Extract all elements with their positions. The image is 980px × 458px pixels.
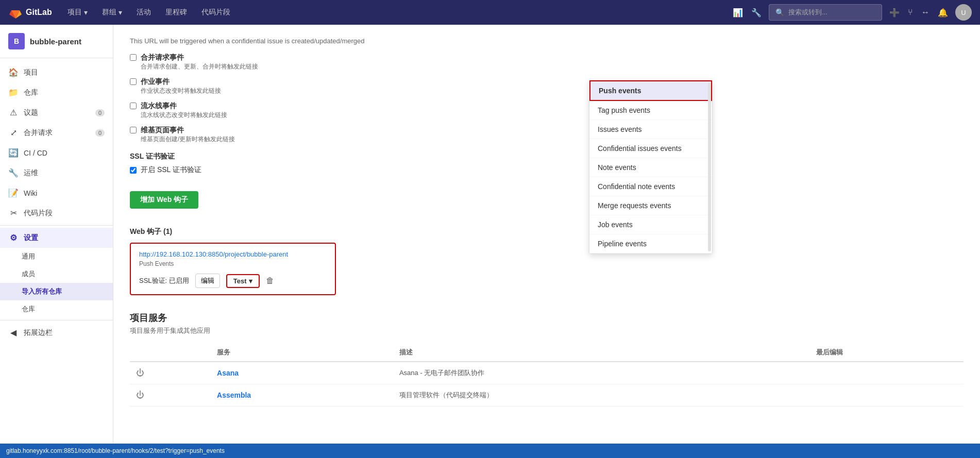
project-header[interactable]: B bubble-parent (0, 25, 113, 58)
nav-groups[interactable]: 群组 ▾ (97, 6, 127, 19)
search-icon: 🔍 (775, 8, 784, 16)
mr-badge: 0 (95, 129, 105, 137)
merge-request-desc: 合并请求创建、更新、合并时将触发此链接 (141, 62, 258, 71)
sidebar-item-snippets[interactable]: ✂ 代码片段 (0, 203, 113, 223)
sidebar: B bubble-parent 🏠 项目 📁 仓库 ⚠ 议题 0 ⤢ 合并请求 … (0, 25, 113, 458)
search-box[interactable]: 🔍 搜索或转到... (769, 4, 882, 21)
add-webhook-button[interactable]: 增加 Web 钩子 (130, 191, 198, 209)
service-name-assembla[interactable]: Assembla (217, 391, 251, 399)
service-toggle-assembla[interactable]: ⏻ (136, 391, 144, 399)
ssl-section: SSL 证书验证 开启 SSL 证书验证 (130, 152, 964, 175)
sidebar-sub-members[interactable]: 成员 (0, 265, 113, 283)
test-webhook-button[interactable]: Test ▾ (226, 274, 260, 288)
table-row: ⏻ Assembla 项目管理软件（代码提交终端） (130, 384, 964, 406)
ssl-enable-checkbox[interactable] (130, 167, 137, 174)
dropdown-item-issues[interactable]: Issues events (589, 120, 712, 139)
chevron-down-icon: ▾ (249, 277, 252, 285)
sidebar-item-label: 运维 (24, 168, 38, 178)
plus-icon[interactable]: ➕ (886, 5, 903, 21)
issues-badge: 0 (95, 109, 105, 116)
service-desc-asana: Asana - 无电子邮件团队协作 (393, 362, 810, 384)
wiki-desc: 维基页面创建/更新时将触发此链接 (141, 135, 235, 144)
notifications-icon[interactable]: 🔔 (935, 5, 951, 21)
webhook-section-title: Web 钩子 (1) (130, 227, 964, 236)
col-lastedit: 最后编辑 (810, 344, 964, 362)
sidebar-item-issues[interactable]: ⚠ 议题 0 (0, 103, 113, 123)
user-avatar[interactable]: U (955, 4, 972, 21)
sidebar-item-settings[interactable]: ⚙ 设置 (0, 228, 113, 248)
pipeline-checkbox[interactable] (130, 103, 137, 109)
merge-request-checkbox[interactable] (130, 54, 137, 61)
sidebar-item-label: 设置 (24, 233, 38, 243)
statusbar: gitlab.honeyyxk.com:8851/root/bubble-par… (0, 444, 980, 458)
nav-snippets[interactable]: 代码片段 (196, 6, 235, 19)
services-title: 项目服务 (130, 312, 964, 324)
main-content: This URL will be triggered when a confid… (113, 25, 980, 458)
sidebar-item-label: CI / CD (24, 149, 47, 157)
service-toggle-asana[interactable]: ⏻ (136, 368, 144, 377)
col-service: 服务 (211, 344, 393, 362)
dropdown-item-confidential-note[interactable]: Confidential note events (589, 177, 712, 196)
wrench-icon[interactable]: 🔧 (748, 5, 765, 21)
services-section: 项目服务 项目服务用于集成其他应用 服务 描述 最后编辑 ⏻ Asana Asa… (130, 312, 964, 406)
nav-projects[interactable]: 项目 ▾ (62, 6, 93, 19)
dropdown-item-merge-requests[interactable]: Merge requests events (589, 196, 712, 215)
edit-webhook-button[interactable]: 编辑 (195, 274, 220, 288)
dropdown-item-pipeline[interactable]: Pipeline events (589, 234, 712, 253)
sidebar-sub-import[interactable]: 导入所有仓库 (0, 283, 113, 300)
dropdown-item-tag-push[interactable]: Tag push events (589, 101, 712, 120)
service-lastedit-asana (810, 362, 964, 384)
nav-milestones[interactable]: 里程碑 (160, 6, 192, 19)
pipeline-label: 流水线事件 (141, 101, 227, 111)
service-desc-assembla: 项目管理软件（代码提交终端） (393, 384, 810, 406)
job-checkbox[interactable] (130, 78, 137, 85)
nav-activity[interactable]: 活动 (131, 6, 156, 19)
events-dropdown: Push events Tag push events Issues event… (589, 80, 713, 254)
project-name: bubble-parent (30, 37, 81, 46)
dropdown-item-note[interactable]: Note events (589, 158, 712, 177)
sidebar-item-label: 代码片段 (24, 209, 53, 218)
webhook-meta: Push Events (139, 260, 327, 267)
webhook-url[interactable]: http://192.168.102.130:8850/project/bubb… (139, 250, 288, 258)
collapse-icon: ◀ (8, 328, 19, 337)
job-desc: 作业状态改变时将触发此链接 (141, 87, 221, 95)
ssl-checkbox-row: 开启 SSL 证书验证 (130, 165, 964, 175)
delete-webhook-button[interactable]: 🗑 (266, 276, 274, 285)
dropdown-item-push-events[interactable]: Push events (589, 80, 712, 101)
sidebar-collapse[interactable]: ◀ 拓展边栏 (0, 323, 113, 343)
dropdown-item-confidential-issues[interactable]: Confidential issues events (589, 139, 712, 158)
topnav: GitLab 项目 ▾ 群组 ▾ 活动 里程碑 代码片段 📊 🔧 🔍 搜索或转到… (0, 0, 980, 25)
wiki-checkbox[interactable] (130, 127, 137, 133)
service-lastedit-assembla (810, 384, 964, 406)
app-layout: B bubble-parent 🏠 项目 📁 仓库 ⚠ 议题 0 ⤢ 合并请求 … (0, 25, 980, 458)
chart-icon[interactable]: 📊 (730, 5, 746, 21)
sidebar-item-label: Wiki (24, 189, 37, 197)
sidebar-sub-repos[interactable]: 仓库 (0, 300, 113, 318)
sidebar-item-project[interactable]: 🏠 项目 (0, 62, 113, 82)
service-name-asana[interactable]: Asana (217, 369, 239, 377)
sidebar-item-cicd[interactable]: 🔄 CI / CD (0, 143, 113, 163)
wiki-icon: 📝 (8, 188, 19, 198)
merge-icon[interactable]: ↔ (918, 5, 933, 20)
sidebar-item-wiki[interactable]: 📝 Wiki (0, 183, 113, 203)
trigger-checkboxes: 合并请求事件 合并请求创建、更新、合并时将触发此链接 作业事件 作业状态改变时将… (130, 53, 964, 144)
dropdown-item-job[interactable]: Job events (589, 215, 712, 234)
sidebar-divider (0, 225, 113, 226)
issues-icon: ⚠ (8, 108, 19, 117)
commits-icon[interactable]: ⑂ (905, 5, 916, 20)
ssl-status-label: SSL验证: 已启用 (139, 276, 189, 285)
sidebar-sub-general[interactable]: 通用 (0, 248, 113, 265)
sidebar-item-label: 仓库 (24, 88, 38, 97)
sidebar-item-ops[interactable]: 🔧 运维 (0, 163, 113, 183)
sidebar-item-label: 项目 (24, 68, 38, 77)
checkbox-job: 作业事件 作业状态改变时将触发此链接 (130, 77, 964, 95)
checkbox-merge-request: 合并请求事件 合并请求创建、更新、合并时将触发此链接 (130, 53, 964, 71)
ops-icon: 🔧 (8, 168, 19, 178)
dropdown-scrollbar (708, 82, 711, 251)
section-description: This URL will be triggered when a confid… (130, 37, 387, 45)
gitlab-logo[interactable]: GitLab (8, 5, 52, 20)
sidebar-item-repo[interactable]: 📁 仓库 (0, 82, 113, 103)
services-table: 服务 描述 最后编辑 ⏻ Asana Asana - 无电子邮件团队协作 ⏻ A… (130, 344, 964, 406)
sidebar-item-mergerequests[interactable]: ⤢ 合并请求 0 (0, 123, 113, 143)
snippets-icon: ✂ (8, 208, 19, 218)
